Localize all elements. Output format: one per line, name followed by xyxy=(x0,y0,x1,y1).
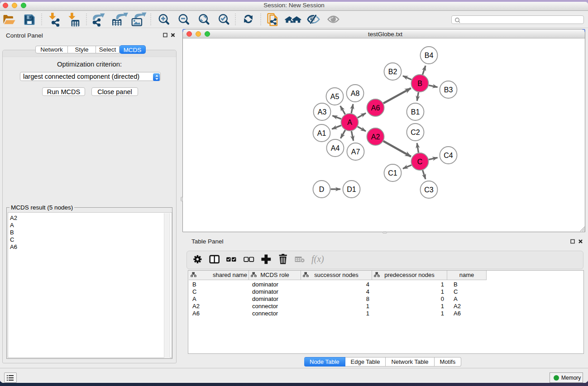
svg-text:A8: A8 xyxy=(351,90,360,97)
svg-text:B4: B4 xyxy=(425,52,434,59)
svg-text:A1: A1 xyxy=(317,129,326,137)
svg-text:A2: A2 xyxy=(371,133,380,141)
svg-text:C3: C3 xyxy=(424,186,434,194)
svg-text:A5: A5 xyxy=(330,93,339,100)
svg-text:A3: A3 xyxy=(318,108,327,116)
svg-text:C1: C1 xyxy=(388,169,397,177)
svg-text:A7: A7 xyxy=(351,148,360,156)
svg-text:C: C xyxy=(417,158,423,166)
svg-text:B: B xyxy=(417,80,422,87)
svg-text:B1: B1 xyxy=(411,108,420,116)
svg-text:A4: A4 xyxy=(331,144,340,152)
svg-text:f(x): f(x) xyxy=(311,254,324,264)
svg-text:B2: B2 xyxy=(388,68,397,76)
svg-text:D: D xyxy=(319,186,325,193)
svg-text:A: A xyxy=(347,119,352,126)
svg-text:C2: C2 xyxy=(411,129,420,136)
svg-text:A6: A6 xyxy=(371,104,380,112)
svg-text:D1: D1 xyxy=(347,186,356,193)
svg-text:C4: C4 xyxy=(444,152,453,159)
svg-text:B3: B3 xyxy=(444,86,453,94)
